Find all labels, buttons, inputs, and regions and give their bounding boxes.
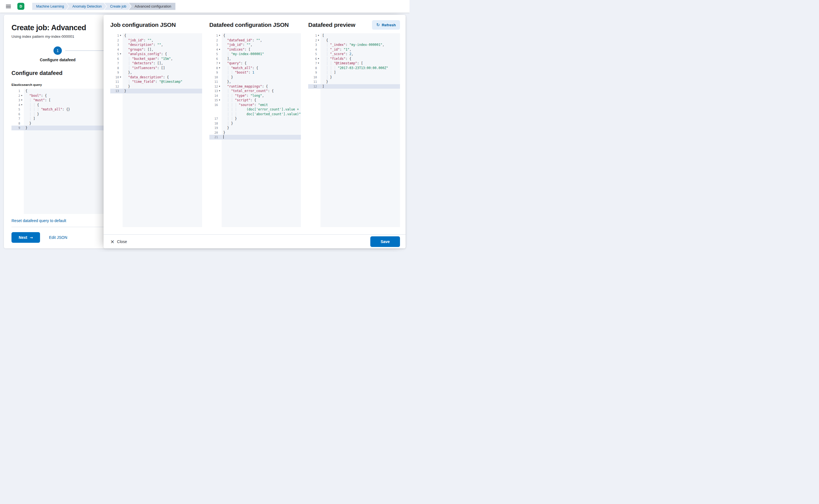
- datafeed-configuration-editor[interactable]: 1▾{2 "datafeed_id": "",3 "job_id": "",4▾…: [210, 33, 301, 227]
- code-line[interactable]: 4 │ "_id": "1",: [308, 47, 400, 52]
- code-line[interactable]: │ │ │ doc['aborted_count'].value)": [210, 112, 301, 117]
- fold-caret-icon[interactable]: ▾: [218, 33, 221, 38]
- code-line[interactable]: 10 │ }: [308, 75, 400, 80]
- breadcrumb-create-job[interactable]: Create job: [104, 3, 131, 10]
- fold-caret-icon[interactable]: ▾: [20, 103, 23, 107]
- code-line[interactable]: 11 │ "time_field": "@timestamp": [110, 79, 202, 84]
- code-line[interactable]: 7▾ "query": {: [210, 61, 301, 66]
- breadcrumb-anomaly-detection[interactable]: Anomaly Detection: [66, 3, 106, 10]
- code-line[interactable]: 10 │ }: [210, 75, 301, 80]
- job-configuration-title: Job configuration JSON: [110, 22, 176, 28]
- fold-caret-icon[interactable]: ▾: [317, 56, 320, 61]
- fold-caret-icon[interactable]: ▾: [317, 33, 320, 38]
- code-line[interactable]: 13▾ │ "total_error_count": {: [210, 89, 301, 93]
- fold-caret-icon[interactable]: ▾: [218, 98, 221, 103]
- code-line[interactable]: 6 │ "bucket_span": "15m",: [110, 56, 202, 61]
- code-line[interactable]: 8▾ │ "match_all": {: [210, 66, 301, 70]
- code-line[interactable]: 19 }: [210, 126, 301, 130]
- close-button-label: Close: [117, 239, 127, 244]
- fold-caret-icon[interactable]: ▾: [119, 33, 122, 38]
- code-line[interactable]: 5 │ "my-index-000001": [210, 52, 301, 56]
- code-line[interactable]: 18 │ }: [210, 121, 301, 126]
- code-line[interactable]: │ │ │ (doc['error_count'].value +: [210, 107, 301, 112]
- fold-caret-icon[interactable]: ▾: [218, 66, 221, 70]
- user-avatar[interactable]: D: [17, 3, 24, 10]
- code-line[interactable]: 12▾ "runtime_mappings": {: [210, 84, 301, 89]
- datafeed-preview-title: Datafeed preview: [308, 22, 355, 28]
- arrow-right-icon: →: [30, 235, 33, 240]
- code-line[interactable]: 6▾ │ "fields": {: [308, 56, 400, 61]
- code-line[interactable]: 6 ],: [210, 56, 301, 61]
- code-line[interactable]: 20}: [210, 130, 301, 135]
- code-line[interactable]: 21: [210, 135, 301, 140]
- refresh-button[interactable]: ↻ Refresh: [372, 20, 400, 30]
- code-line[interactable]: 11 }: [308, 79, 400, 84]
- datafeed-configuration-column: Datafeed configuration JSON 1▾{2 "datafe…: [210, 19, 301, 227]
- close-icon: ×: [110, 239, 114, 244]
- code-line[interactable]: 9 │ │ "boost": 1: [210, 70, 301, 75]
- code-line[interactable]: 17 │ │ }: [210, 116, 301, 121]
- code-line[interactable]: 9 },: [110, 70, 202, 75]
- code-line[interactable]: 1▾{: [110, 33, 202, 38]
- code-line[interactable]: 4▾ "indices": [: [210, 47, 301, 52]
- step-label: Configure datafeed: [29, 58, 86, 62]
- step-circle[interactable]: 1: [53, 46, 62, 55]
- code-line[interactable]: 5 │ "_score": 2,: [308, 52, 400, 56]
- job-configuration-column: Job configuration JSON 1▾{2 "job_id": ""…: [110, 19, 202, 227]
- refresh-icon: ↻: [376, 22, 380, 27]
- code-line[interactable]: 3 │ "_index": "my-index-000001",: [308, 43, 400, 47]
- code-line[interactable]: 11 },: [210, 79, 301, 84]
- menu-icon[interactable]: [3, 2, 13, 11]
- code-line[interactable]: 9 │ │ ]: [308, 70, 400, 75]
- code-line[interactable]: 3 "description": "",: [110, 43, 202, 47]
- breadcrumb-machine-learning[interactable]: Machine Learning: [32, 3, 69, 10]
- text-cursor: [224, 135, 224, 139]
- fold-caret-icon[interactable]: ▾: [218, 61, 221, 66]
- code-line[interactable]: 12]: [308, 84, 400, 89]
- fold-caret-icon[interactable]: ▾: [218, 89, 221, 93]
- flyout-body: Job configuration JSON 1▾{2 "job_id": ""…: [103, 15, 406, 234]
- code-line[interactable]: 7 │ "detectors": [],: [110, 61, 202, 66]
- close-button[interactable]: × Close: [110, 239, 127, 244]
- next-button-label: Next: [19, 235, 27, 240]
- save-button[interactable]: Save: [370, 236, 400, 247]
- refresh-button-label: Refresh: [382, 23, 396, 27]
- code-line[interactable]: 1▾[: [308, 33, 400, 38]
- code-line[interactable]: 3 "job_id": "",: [210, 43, 301, 47]
- datafeed-preview-column: Datafeed preview ↻ Refresh 1▾[2▾ {3 │ "_…: [308, 19, 400, 227]
- fold-caret-icon[interactable]: ▾: [20, 98, 23, 103]
- code-line[interactable]: 8 │ │ │ "2017-03-23T13:00:00.000Z": [308, 66, 400, 70]
- code-line[interactable]: 2 "job_id": "",: [110, 38, 202, 43]
- code-line[interactable]: 8 │ "influencers": []: [110, 66, 202, 70]
- top-header: D Machine Learning Anomaly Detection Cre…: [0, 0, 410, 13]
- datafeed-preview-editor[interactable]: 1▾[2▾ {3 │ "_index": "my-index-000001",4…: [308, 33, 400, 227]
- edit-json-button[interactable]: Edit JSON: [49, 235, 67, 240]
- code-line[interactable]: 15▾ │ │ "script": {: [210, 98, 301, 103]
- code-line[interactable]: 13}: [110, 89, 202, 93]
- fold-caret-icon[interactable]: ▾: [119, 75, 122, 80]
- job-configuration-editor[interactable]: 1▾{2 "job_id": "",3 "description": "",4 …: [110, 33, 202, 227]
- fold-caret-icon[interactable]: ▾: [119, 52, 122, 56]
- code-line[interactable]: 5▾ "analysis_config": {: [110, 52, 202, 56]
- code-line[interactable]: 14 │ │ "type": "long",: [210, 93, 301, 98]
- code-line[interactable]: 16 │ │ │ "source": "emit: [210, 103, 301, 107]
- code-line[interactable]: 4 "groups": [],: [110, 47, 202, 52]
- fold-caret-icon[interactable]: ▾: [317, 38, 320, 43]
- fold-caret-icon[interactable]: ▾: [317, 61, 320, 66]
- edit-json-flyout: Job configuration JSON 1▾{2 "job_id": ""…: [103, 15, 406, 248]
- flyout-footer: × Close Save: [103, 234, 406, 248]
- breadcrumb-advanced-configuration: Advanced configuration: [129, 3, 175, 10]
- code-line[interactable]: 10▾ "data_description": {: [110, 75, 202, 80]
- datafeed-configuration-title: Datafeed configuration JSON: [210, 22, 289, 28]
- breadcrumb: Machine Learning Anomaly Detection Creat…: [32, 3, 175, 10]
- next-button[interactable]: Next →: [11, 232, 40, 243]
- fold-caret-icon[interactable]: ▾: [218, 47, 221, 52]
- fold-caret-icon[interactable]: ▾: [218, 84, 221, 89]
- code-line[interactable]: 1▾{: [210, 33, 301, 38]
- code-line[interactable]: 12 }: [110, 84, 202, 89]
- fold-caret-icon[interactable]: ▾: [20, 93, 23, 98]
- code-line[interactable]: 7▾ │ │ "@timestamp": [: [308, 61, 400, 66]
- reset-datafeed-query-link[interactable]: Reset datafeed query to default: [11, 218, 66, 223]
- code-line[interactable]: 2 "datafeed_id": "",: [210, 38, 301, 43]
- code-line[interactable]: 2▾ {: [308, 38, 400, 43]
